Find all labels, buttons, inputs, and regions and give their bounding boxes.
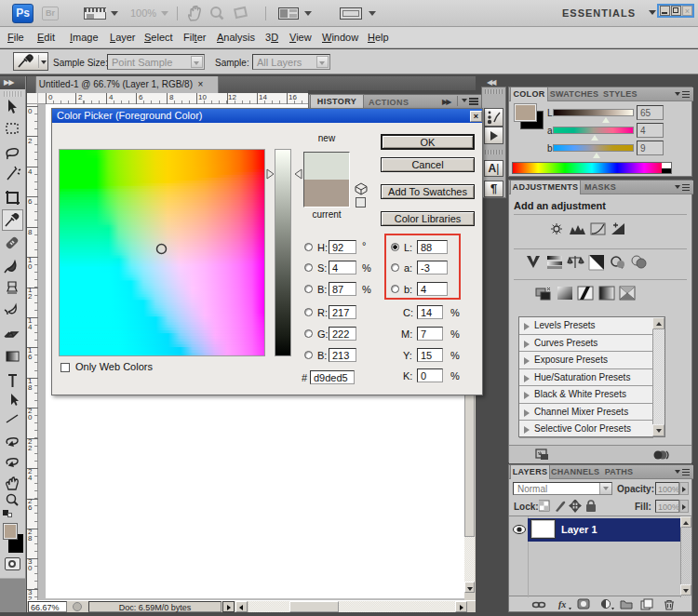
svg-text:fx: fx [558,599,566,609]
